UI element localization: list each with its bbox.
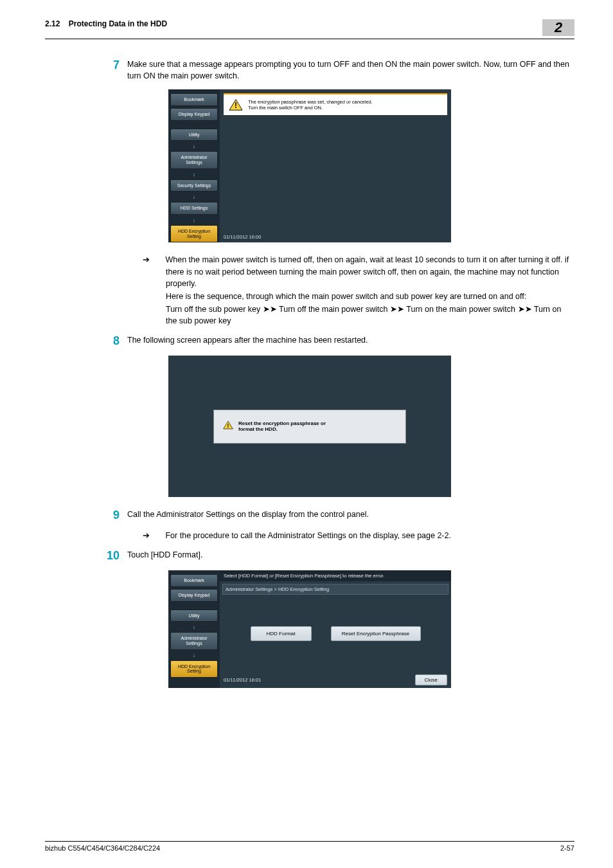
- step7-sequence: Turn off the sub power key ➤➤ Turn off t…: [154, 303, 574, 327]
- svg-text:!: !: [235, 102, 237, 111]
- down-arrow-icon: ↓: [170, 217, 218, 223]
- section-number: 2.12: [45, 19, 60, 28]
- sidebar-security-settings: Security Settings: [170, 179, 218, 192]
- sidebar-utility: Utility: [170, 610, 218, 622]
- step-number-9: 9: [100, 509, 127, 522]
- footer-model: bizhub C554/C454/C364/C284/C224: [45, 844, 160, 852]
- sidebar-bookmark: Bookmark: [170, 93, 218, 106]
- step-number-8: 8: [100, 334, 127, 348]
- step-10-text: Touch [HDD Format].: [127, 549, 574, 563]
- warning-triangle-icon: !: [229, 98, 243, 111]
- step-number-7: 7: [100, 59, 127, 82]
- sidebar-admin-settings: Administrator Settings: [170, 151, 218, 168]
- step-7-text: Make sure that a message appears prompti…: [127, 59, 574, 82]
- step7-note-2: Here is the sequence, through which the …: [154, 291, 574, 302]
- device-screenshot-1: Bookmark Display Keypad Utility ↓ Admini…: [168, 89, 451, 242]
- sidebar-hdd-settings: HDD Settings: [170, 202, 218, 215]
- reset-passphrase-button[interactable]: Reset Encryption Passphrase: [331, 626, 421, 641]
- warning-triangle-icon: !: [223, 420, 233, 432]
- close-button[interactable]: Close: [415, 674, 447, 685]
- svg-text:!: !: [227, 422, 229, 429]
- down-arrow-icon: ↓: [170, 143, 218, 149]
- section-title: Protecting Data in the HDD: [69, 19, 167, 28]
- device-screenshot-2: ! Reset the encryption passphrase or for…: [168, 356, 451, 497]
- section-header: 2.12 Protecting Data in the HDD: [45, 19, 167, 28]
- sidebar-hdd-encryption: HDD Encryption Setting: [170, 660, 218, 678]
- step-8-text: The following screen appears after the m…: [127, 334, 574, 348]
- sidebar-hdd-encryption: HDD Encryption Setting: [170, 225, 218, 242]
- dialog-line-2: format the HDD.: [238, 426, 326, 433]
- screen-timestamp: 01/11/2012 16:00: [220, 231, 451, 242]
- sidebar-admin-settings: Administrator Settings: [170, 632, 218, 649]
- down-arrow-icon: ↓: [170, 194, 218, 200]
- down-arrow-icon: ↓: [170, 171, 218, 177]
- hdd-format-button[interactable]: HDD Format: [251, 626, 312, 641]
- step-number-10: 10: [100, 549, 127, 563]
- banner-line-2: Turn the main switch OFF and ON.: [248, 105, 373, 111]
- screen3-hint: Select [HDD Format] or [Reset Encryption…: [220, 570, 451, 581]
- sidebar-display-keypad: Display Keypad: [170, 108, 218, 121]
- device-screenshot-3: Bookmark Display Keypad Utility ↓ Admini…: [168, 570, 451, 688]
- footer-page-number: 2-57: [560, 844, 574, 852]
- step-9-text: Call the Administrator Settings on the d…: [127, 509, 574, 522]
- down-arrow-icon: ↓: [170, 624, 218, 630]
- sidebar-display-keypad: Display Keypad: [170, 589, 218, 602]
- step9-sub: ➔ For the procedure to call the Administ…: [154, 530, 574, 541]
- dialog-line-1: Reset the encryption passphrase or: [238, 420, 326, 427]
- chapter-badge: 2: [542, 19, 574, 36]
- breadcrumb: Administrator Settings > HDD Encryption …: [222, 584, 449, 595]
- sidebar-bookmark: Bookmark: [170, 574, 218, 587]
- sidebar-utility: Utility: [170, 129, 218, 141]
- screen-timestamp: 01/11/2012 16:01: [224, 677, 261, 683]
- step7-note-1: ➔ When the main power switch is turned o…: [154, 254, 574, 289]
- down-arrow-icon: ↓: [170, 652, 218, 658]
- banner-line-1: The encryption passphrase was set, chang…: [248, 99, 373, 105]
